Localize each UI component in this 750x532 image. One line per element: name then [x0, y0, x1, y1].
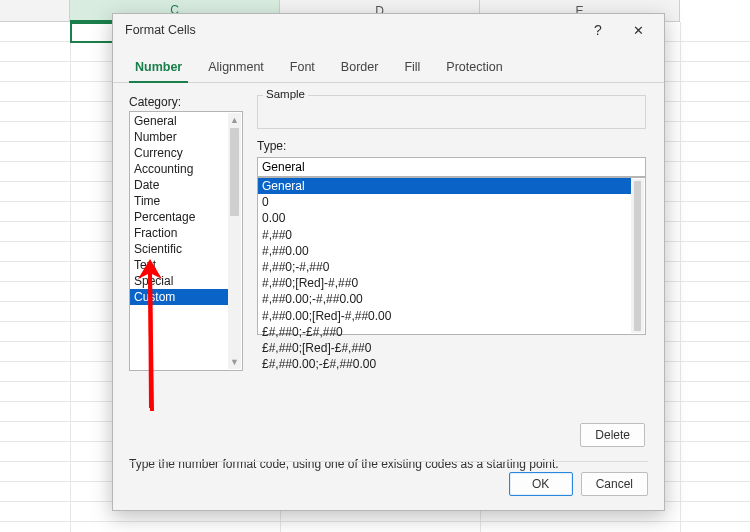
category-listbox[interactable]: GeneralNumberCurrencyAccountingDateTimeP… — [129, 111, 243, 371]
category-item-time[interactable]: Time — [130, 193, 228, 209]
scroll-up-arrow-icon[interactable]: ▲ — [228, 113, 241, 127]
dialog-titlebar: Format Cells ? ✕ — [113, 14, 664, 46]
sample-output — [257, 95, 646, 129]
column-header-edge[interactable] — [0, 0, 70, 22]
category-item-percentage[interactable]: Percentage — [130, 209, 228, 225]
scroll-thumb[interactable] — [634, 181, 641, 331]
scroll-down-arrow-icon[interactable]: ▼ — [228, 355, 241, 369]
category-label: Category: — [129, 95, 243, 109]
category-item-custom[interactable]: Custom — [130, 289, 228, 305]
tab-fill[interactable]: Fill — [396, 54, 428, 82]
type-label: Type: — [257, 139, 646, 153]
ok-button[interactable]: OK — [509, 472, 573, 496]
scroll-thumb[interactable] — [230, 128, 239, 216]
category-item-scientific[interactable]: Scientific — [130, 241, 228, 257]
type-input[interactable] — [257, 157, 646, 177]
type-option[interactable]: £#,##0.00;-£#,##0.00 — [258, 356, 631, 372]
category-item-date[interactable]: Date — [130, 177, 228, 193]
type-scrollbar[interactable] — [631, 179, 644, 333]
category-item-number[interactable]: Number — [130, 129, 228, 145]
dialog-tabs: NumberAlignmentFontBorderFillProtection — [113, 46, 664, 83]
sample-group: Sample — [257, 95, 646, 129]
category-item-text[interactable]: Text — [130, 257, 228, 273]
tab-protection[interactable]: Protection — [438, 54, 510, 82]
category-scrollbar[interactable]: ▲ ▼ — [228, 113, 241, 369]
type-option[interactable]: #,##0 — [258, 227, 631, 243]
help-button[interactable]: ? — [578, 16, 618, 44]
type-option[interactable]: £#,##0;[Red]-£#,##0 — [258, 340, 631, 356]
delete-button[interactable]: Delete — [580, 423, 645, 447]
type-option[interactable]: 0 — [258, 194, 631, 210]
type-option[interactable]: #,##0;[Red]-#,##0 — [258, 275, 631, 291]
tab-border[interactable]: Border — [333, 54, 387, 82]
sample-label: Sample — [263, 88, 308, 100]
type-option[interactable]: #,##0.00;[Red]-#,##0.00 — [258, 308, 631, 324]
type-option[interactable]: £#,##0;-£#,##0 — [258, 324, 631, 340]
type-listbox[interactable]: General00.00#,##0#,##0.00#,##0;-#,##0#,#… — [257, 177, 646, 335]
type-option[interactable]: General — [258, 178, 631, 194]
cancel-button[interactable]: Cancel — [581, 472, 648, 496]
dialog-buttons: OK Cancel — [129, 461, 648, 496]
type-option[interactable]: #,##0.00 — [258, 243, 631, 259]
tab-alignment[interactable]: Alignment — [200, 54, 272, 82]
tab-font[interactable]: Font — [282, 54, 323, 82]
type-option[interactable]: 0.00 — [258, 210, 631, 226]
dialog-title: Format Cells — [125, 23, 578, 37]
format-details: Sample Type: General00.00#,##0#,##0.00#,… — [257, 95, 646, 335]
category-item-currency[interactable]: Currency — [130, 145, 228, 161]
delete-row: Delete — [580, 423, 645, 447]
close-button[interactable]: ✕ — [618, 16, 658, 44]
category-item-fraction[interactable]: Fraction — [130, 225, 228, 241]
category-item-accounting[interactable]: Accounting — [130, 161, 228, 177]
category-item-general[interactable]: General — [130, 113, 228, 129]
number-panel: Category: GeneralNumberCurrencyAccountin… — [113, 83, 664, 463]
type-option[interactable]: #,##0.00;-#,##0.00 — [258, 291, 631, 307]
tab-number[interactable]: Number — [127, 54, 190, 82]
category-column: Category: GeneralNumberCurrencyAccountin… — [129, 95, 243, 371]
format-cells-dialog: Format Cells ? ✕ NumberAlignmentFontBord… — [112, 13, 665, 511]
category-item-special[interactable]: Special — [130, 273, 228, 289]
type-option[interactable]: #,##0;-#,##0 — [258, 259, 631, 275]
